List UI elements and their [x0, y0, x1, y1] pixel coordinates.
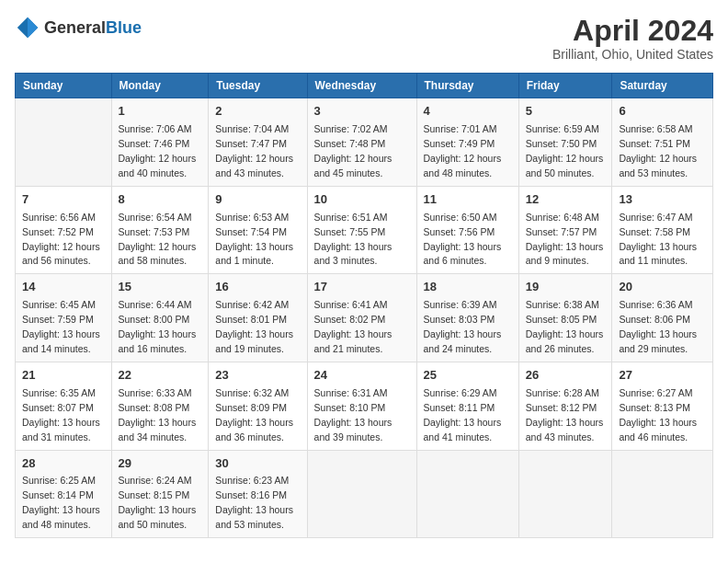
day-header-wednesday: Wednesday: [307, 74, 416, 98]
logo-text-blue: Blue: [106, 18, 142, 37]
day-number: 11: [424, 191, 512, 209]
sunset-text: Sunset: 8:07 PM: [22, 402, 94, 413]
daylight-text: Daylight: 13 hours and 21 minutes.: [314, 328, 392, 354]
sunset-text: Sunset: 8:11 PM: [424, 402, 495, 413]
day-number: 10: [314, 191, 410, 209]
calendar-cell: 13 Sunrise: 6:47 AM Sunset: 7:58 PM Dayl…: [612, 186, 713, 274]
daylight-text: Daylight: 12 hours and 56 minutes.: [22, 241, 100, 267]
day-number: 13: [619, 191, 706, 209]
sunrise-text: Sunrise: 6:33 AM: [119, 387, 192, 398]
day-number: 4: [424, 103, 512, 121]
calendar-table: SundayMondayTuesdayWednesdayThursdayFrid…: [15, 73, 713, 538]
daylight-text: Daylight: 13 hours and 1 minute.: [215, 241, 293, 267]
sunset-text: Sunset: 8:12 PM: [526, 402, 597, 413]
calendar-cell: 4 Sunrise: 7:01 AM Sunset: 7:49 PM Dayli…: [416, 98, 518, 187]
daylight-text: Daylight: 13 hours and 26 minutes.: [526, 328, 604, 354]
sunset-text: Sunset: 8:06 PM: [619, 314, 690, 325]
sunset-text: Sunset: 7:59 PM: [22, 314, 94, 325]
sunset-text: Sunset: 8:02 PM: [314, 314, 386, 325]
calendar-cell: [307, 450, 416, 538]
calendar-cell: 14 Sunrise: 6:45 AM Sunset: 7:59 PM Dayl…: [16, 274, 112, 362]
daylight-text: Daylight: 13 hours and 24 minutes.: [424, 328, 502, 354]
sunrise-text: Sunrise: 6:39 AM: [424, 299, 497, 310]
sunrise-text: Sunrise: 6:38 AM: [526, 299, 599, 310]
daylight-text: Daylight: 13 hours and 41 minutes.: [424, 417, 502, 442]
calendar-cell: 20 Sunrise: 6:36 AM Sunset: 8:06 PM Dayl…: [612, 274, 713, 362]
day-number: 16: [215, 279, 300, 296]
day-number: 14: [22, 279, 105, 296]
day-number: 28: [22, 455, 105, 473]
calendar-cell: [416, 450, 518, 538]
day-number: 18: [424, 279, 512, 296]
day-number: 22: [119, 367, 202, 385]
sunrise-text: Sunrise: 6:47 AM: [619, 212, 692, 223]
calendar-week-row: 28 Sunrise: 6:25 AM Sunset: 8:14 PM Dayl…: [16, 450, 713, 538]
day-number: 1: [119, 103, 202, 121]
daylight-text: Daylight: 13 hours and 9 minutes.: [526, 241, 604, 267]
sunset-text: Sunset: 8:13 PM: [619, 402, 690, 413]
calendar-cell: 18 Sunrise: 6:39 AM Sunset: 8:03 PM Dayl…: [416, 274, 518, 362]
sunrise-text: Sunrise: 6:50 AM: [424, 212, 497, 223]
page-subtitle: Brilliant, Ohio, United States: [552, 47, 713, 62]
calendar-cell: [518, 450, 612, 538]
sunset-text: Sunset: 7:53 PM: [119, 226, 190, 237]
daylight-text: Daylight: 12 hours and 53 minutes.: [619, 153, 697, 178]
sunset-text: Sunset: 7:57 PM: [526, 226, 597, 237]
day-header-sunday: Sunday: [16, 74, 112, 98]
calendar-week-row: 1 Sunrise: 7:06 AM Sunset: 7:46 PM Dayli…: [16, 98, 713, 187]
daylight-text: Daylight: 13 hours and 39 minutes.: [314, 417, 392, 442]
day-number: 19: [526, 279, 606, 296]
daylight-text: Daylight: 12 hours and 40 minutes.: [119, 153, 197, 178]
logo-icon: [15, 15, 40, 40]
day-number: 15: [119, 279, 202, 296]
calendar-cell: 15 Sunrise: 6:44 AM Sunset: 8:00 PM Dayl…: [111, 274, 209, 362]
calendar-cell: 17 Sunrise: 6:41 AM Sunset: 8:02 PM Dayl…: [307, 274, 416, 362]
day-number: 23: [215, 367, 300, 385]
daylight-text: Daylight: 12 hours and 43 minutes.: [215, 153, 293, 178]
calendar-cell: 10 Sunrise: 6:51 AM Sunset: 7:55 PM Dayl…: [307, 186, 416, 274]
daylight-text: Daylight: 13 hours and 43 minutes.: [526, 417, 604, 442]
day-number: 12: [526, 191, 606, 209]
calendar-cell: 24 Sunrise: 6:31 AM Sunset: 8:10 PM Dayl…: [307, 362, 416, 450]
sunset-text: Sunset: 7:46 PM: [119, 138, 190, 149]
sunrise-text: Sunrise: 6:28 AM: [526, 387, 599, 398]
sunset-text: Sunset: 7:52 PM: [22, 226, 94, 237]
sunset-text: Sunset: 7:47 PM: [215, 138, 287, 149]
sunset-text: Sunset: 8:14 PM: [22, 489, 94, 500]
sunrise-text: Sunrise: 6:32 AM: [215, 387, 289, 398]
page-header: GeneralBlue April 2024 Brilliant, Ohio, …: [15, 15, 713, 62]
daylight-text: Daylight: 13 hours and 3 minutes.: [314, 241, 392, 267]
day-number: 2: [215, 103, 300, 121]
calendar-cell: 6 Sunrise: 6:58 AM Sunset: 7:51 PM Dayli…: [612, 98, 713, 187]
day-number: 20: [619, 279, 706, 296]
daylight-text: Daylight: 13 hours and 50 minutes.: [119, 504, 197, 530]
sunrise-text: Sunrise: 7:04 AM: [215, 123, 289, 134]
sunrise-text: Sunrise: 6:27 AM: [619, 387, 692, 398]
day-number: 17: [314, 279, 410, 296]
calendar-cell: 2 Sunrise: 7:04 AM Sunset: 7:47 PM Dayli…: [209, 98, 307, 187]
svg-marker-1: [28, 17, 38, 38]
page-title: April 2024: [552, 15, 713, 47]
sunset-text: Sunset: 8:00 PM: [119, 314, 190, 325]
sunset-text: Sunset: 8:03 PM: [424, 314, 495, 325]
calendar-cell: 19 Sunrise: 6:38 AM Sunset: 8:05 PM Dayl…: [518, 274, 612, 362]
sunrise-text: Sunrise: 6:41 AM: [314, 299, 388, 310]
daylight-text: Daylight: 13 hours and 19 minutes.: [215, 328, 293, 354]
sunrise-text: Sunrise: 6:58 AM: [619, 123, 692, 134]
sunset-text: Sunset: 7:56 PM: [424, 226, 495, 237]
sunrise-text: Sunrise: 7:06 AM: [119, 123, 192, 134]
day-number: 7: [22, 191, 105, 209]
daylight-text: Daylight: 13 hours and 31 minutes.: [22, 417, 100, 442]
sunset-text: Sunset: 8:16 PM: [215, 489, 287, 500]
day-header-friday: Friday: [518, 74, 612, 98]
daylight-text: Daylight: 13 hours and 11 minutes.: [619, 241, 697, 267]
sunset-text: Sunset: 8:15 PM: [119, 489, 190, 500]
sunset-text: Sunset: 7:50 PM: [526, 138, 597, 149]
sunset-text: Sunset: 8:09 PM: [215, 402, 287, 413]
sunrise-text: Sunrise: 6:42 AM: [215, 299, 289, 310]
day-number: 27: [619, 367, 706, 385]
calendar-cell: 5 Sunrise: 6:59 AM Sunset: 7:50 PM Dayli…: [518, 98, 612, 187]
daylight-text: Daylight: 13 hours and 16 minutes.: [119, 328, 197, 354]
sunrise-text: Sunrise: 6:48 AM: [526, 212, 599, 223]
calendar-cell: 27 Sunrise: 6:27 AM Sunset: 8:13 PM Dayl…: [612, 362, 713, 450]
